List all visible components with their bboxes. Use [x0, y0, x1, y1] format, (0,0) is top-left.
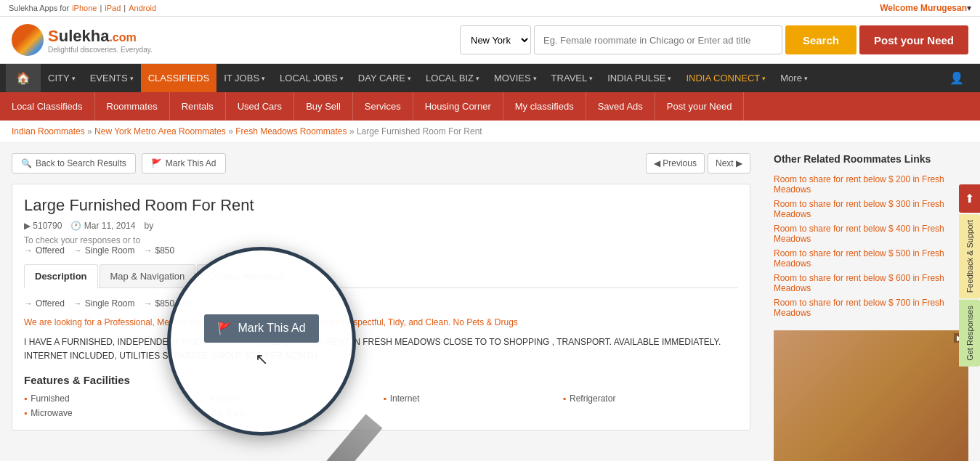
sidebar-link-0[interactable]: Room to share for rent below $ 200 in Fr…	[774, 172, 968, 197]
sidebar-link-1[interactable]: Room to share for rent below $ 300 in Fr…	[774, 197, 968, 221]
nav-itjobs[interactable]: IT JOBS ▾	[216, 64, 272, 92]
main-content: 🔍 Back to Search Results 🚩 Mark This Ad …	[0, 143, 762, 461]
breadcrumb-current: Large Furnished Room For Rent	[357, 126, 482, 136]
sidebar-ad-image: ▶	[774, 330, 968, 461]
logo-rest: ulekha	[59, 27, 110, 45]
ad-check-msg: To check your responses or to	[24, 235, 738, 245]
features-grid: ▪ Furnished ▪ Kitchen ▪ Internet ▪ Refri…	[24, 393, 738, 418]
post-button[interactable]: Post your Need	[859, 25, 968, 54]
breadcrumb: Indian Roommates » New York Metro Area R…	[0, 121, 980, 143]
subnav-rentals[interactable]: Rentals	[170, 92, 226, 121]
subnav-services[interactable]: Services	[353, 92, 413, 121]
logo-domain: .com	[109, 31, 136, 44]
sidebar-link-4[interactable]: Room to share for rent below $ 600 in Fr…	[774, 271, 968, 295]
subnav-roommates[interactable]: Roommates	[95, 92, 170, 121]
ad-tag-price: $850	[144, 245, 175, 256]
feature-car-park: ▪ Car Park	[203, 408, 378, 418]
breadcrumb-ny-roommates[interactable]: New York Metro Area Roommates	[94, 126, 226, 136]
search-icon: 🔍	[21, 158, 32, 168]
subnav-local-classifieds[interactable]: Local Classifieds	[0, 92, 95, 121]
iphone-link[interactable]: iPhone	[72, 4, 97, 12]
desc-tags: Offered Single Room $850 PM	[24, 298, 738, 309]
search-input[interactable]	[534, 25, 782, 54]
sidebar-link-3[interactable]: Room to share for rent below $ 500 in Fr…	[774, 246, 968, 271]
nav-indiaconnect[interactable]: INDIA CONNECT ▾	[679, 64, 773, 92]
desc-tag-room: Single Room	[73, 298, 135, 309]
responses-tab[interactable]: Get Responses	[959, 300, 980, 367]
feature-refrigerator: ▪ Refrigerator	[563, 393, 738, 404]
feature-furnished: ▪ Furnished	[24, 393, 199, 404]
mark-this-ad-button[interactable]: 🚩 Mark This Ad	[142, 153, 226, 174]
logo-tagline: Delightful discoveries. Everyday.	[48, 46, 153, 54]
breadcrumb-fresh-meadows[interactable]: Fresh Meadows Roommates	[235, 126, 347, 136]
sidebar: Other Related Roommates Links Room to sh…	[762, 143, 980, 461]
search-button[interactable]: Search	[785, 25, 857, 54]
nav-movies[interactable]: MOVIES ▾	[487, 64, 544, 92]
desc-tag-offered: Offered	[24, 298, 65, 309]
back-to-search-button[interactable]: 🔍 Back to Search Results	[12, 153, 136, 174]
android-link[interactable]: Android	[129, 4, 156, 12]
feedback-tab[interactable]: Feedback & Support	[959, 214, 980, 298]
ipad-link[interactable]: iPad	[105, 4, 121, 12]
ad-tags: Offered Single Room $850	[24, 245, 738, 256]
desc-tag-price-pm: $850 PM	[144, 298, 190, 309]
logo-area: Sulekha.com Delightful discoveries. Ever…	[12, 24, 157, 56]
home-icon[interactable]: 🏠	[6, 64, 41, 92]
ad-tag-offered: Offered	[24, 245, 65, 256]
subnav-my-classifieds[interactable]: My classifieds	[503, 92, 586, 121]
next-button[interactable]: Next ▶	[708, 153, 750, 174]
feature-microwave: ▪ Microwave	[24, 408, 199, 418]
location-select[interactable]: New York	[460, 25, 531, 54]
feature-kitchen: ▪ Kitchen	[203, 393, 378, 404]
sidebar-link-2[interactable]: Room to share for rent below $ 400 in Fr…	[774, 221, 968, 246]
breadcrumb-indian-roommates[interactable]: Indian Roommates	[12, 126, 85, 136]
subnav-housing-corner[interactable]: Housing Corner	[413, 92, 503, 121]
nav-classifieds[interactable]: CLASSIFIEDS	[141, 64, 217, 92]
logo-name[interactable]: Sulekha.com	[48, 27, 153, 46]
subnav-saved-ads[interactable]: Saved Ads	[586, 92, 655, 121]
nav-city[interactable]: CITY ▾	[41, 64, 83, 92]
user-icon[interactable]: 👤	[939, 64, 974, 92]
subnav-buy-sell[interactable]: Buy Sell	[294, 92, 353, 121]
share-tab[interactable]: ⬆	[959, 184, 980, 213]
previous-button[interactable]: ◀ Previous	[646, 153, 705, 174]
features-title: Features & Facilities	[24, 374, 738, 386]
logo-icon	[12, 24, 44, 56]
subnav-post-need[interactable]: Post your Need	[655, 92, 745, 121]
nav-more[interactable]: More ▾	[773, 64, 815, 92]
sidebar-ad: ▶	[774, 330, 968, 461]
tab-map[interactable]: Map & Navigation	[100, 264, 196, 287]
sidebar-link-5[interactable]: Room to share for rent below $ 700 in Fr…	[774, 295, 968, 320]
action-buttons-row: 🔍 Back to Search Results 🚩 Mark This Ad …	[12, 153, 750, 174]
ad-tabs: Description Map & Navigation Contact Adv…	[24, 264, 738, 288]
nav-localbiz[interactable]: LOCAL BIZ ▾	[418, 64, 487, 92]
apps-label: Sulekha Apps for	[9, 4, 69, 12]
content-wrapper: 🔍 Back to Search Results 🚩 Mark This Ad …	[0, 143, 980, 461]
ad-tag-room-type: Single Room	[73, 245, 135, 256]
nav-daycare[interactable]: DAY CARE ▾	[351, 64, 418, 92]
welcome-area: Welcome Murugesan▾	[880, 3, 971, 13]
app-links: Sulekha Apps for iPhone | iPad | Android	[9, 4, 156, 12]
nav-travel[interactable]: TRAVEL ▾	[544, 64, 601, 92]
nav-localjobs[interactable]: LOCAL JOBS ▾	[272, 64, 351, 92]
search-area: New York Search Post your Need	[460, 25, 968, 54]
nav-indiapulse[interactable]: INDIA PULSE ▾	[600, 64, 679, 92]
welcome-label: Welcome	[880, 3, 918, 13]
pagination-buttons: ◀ Previous Next ▶	[646, 153, 750, 174]
username[interactable]: Murugesan	[920, 3, 967, 13]
ad-meta: ▶ 510790 🕐 Mar 11, 2014 by	[24, 221, 738, 231]
nav-events[interactable]: EVENTS ▾	[83, 64, 141, 92]
flag-icon: 🚩	[151, 158, 162, 168]
tab-contact[interactable]: Contact Advertiser	[197, 264, 296, 287]
main-nav: 🏠 CITY ▾ EVENTS ▾ CLASSIFIEDS IT JOBS ▾ …	[0, 64, 980, 92]
desc-body: I HAVE A FURNISHED, INDEPENDENT ROOM WIT…	[24, 335, 738, 363]
ad-by: by	[144, 221, 153, 231]
ad-title: Large Furnished Room For Rent	[24, 196, 738, 215]
feature-internet: ▪ Internet	[384, 393, 559, 404]
tab-description[interactable]: Description	[24, 264, 98, 288]
top-bar: Sulekha Apps for iPhone | iPad | Android…	[0, 0, 980, 17]
subnav-used-cars[interactable]: Used Cars	[226, 92, 294, 121]
right-tabs: ⬆ Feedback & Support Get Responses	[959, 184, 980, 367]
ad-date: 🕐 Mar 11, 2014	[70, 221, 135, 231]
sidebar-links-title: Other Related Roommates Links	[774, 153, 968, 165]
